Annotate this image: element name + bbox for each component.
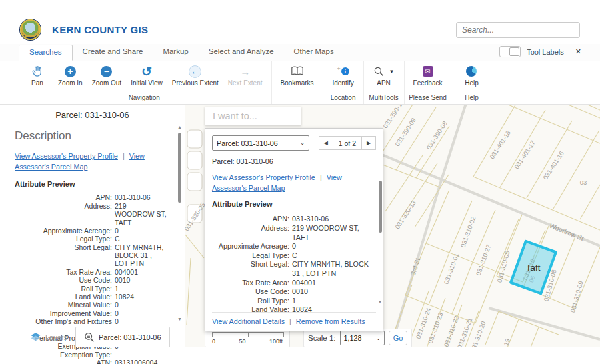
attribute-value: 219 WOODROW ST, TAFT	[115, 202, 167, 227]
attribute-row: Mineral Value: 0	[15, 301, 167, 309]
toolbar-group-label-navigation: Navigation	[21, 94, 267, 103]
attribute-row: Tax Rate Area: 004001	[212, 279, 376, 288]
chevron-down-icon[interactable]: ▼	[389, 69, 395, 75]
attribute-value: 004001	[115, 268, 167, 276]
bookmarks-button[interactable]: Bookmarks	[276, 63, 319, 87]
attribute-value: 1	[115, 285, 167, 293]
attribute-row: ATN: 03131006004	[15, 359, 167, 364]
popup-attribute-list: APN: 031-310-06 Address: 219 WOODROW ST,…	[212, 215, 376, 312]
tab-other-maps[interactable]: Other Maps	[284, 45, 344, 61]
zoom-in-button[interactable]: + Zoom In	[53, 63, 87, 87]
attribute-label: Roll Type:	[212, 297, 292, 306]
attribute-row: Approximate Acreage: 0	[212, 242, 376, 251]
layers-icon	[30, 332, 41, 342]
result-pager: ◀ 1 of 2 ▶	[319, 136, 376, 150]
i-want-to-button[interactable]: I want to...	[205, 107, 301, 125]
selected-parcel-city-label: Taft	[526, 262, 541, 272]
scroll-up-icon[interactable]: ▲	[177, 125, 183, 129]
attribute-row: Use Code: 0010	[15, 276, 167, 284]
initial-view-icon: ↺	[141, 64, 152, 79]
attribute-row: Legal Type: C	[15, 235, 167, 243]
attribute-label: Tax Rate Area:	[15, 268, 115, 276]
toolbar-group-label-help: Help	[455, 94, 487, 103]
next-extent-button[interactable]: → Next Extent	[223, 63, 267, 87]
result-selector-dropdown[interactable]: Parcel: 031-310-06 ⌄	[212, 135, 309, 151]
pager-count: 1 of 2	[333, 136, 361, 150]
pager-next-button[interactable]: ▶	[361, 136, 376, 150]
menu-tabs: Searches Create and Share Markup Select …	[19, 45, 344, 61]
attribute-value: 0010	[292, 287, 371, 297]
feedback-button[interactable]: ✉ Feedback	[409, 63, 447, 87]
previous-extent-button[interactable]: ← Previous Extent	[167, 63, 223, 87]
attribute-value: 0	[115, 227, 167, 235]
page-title: KERN COUNTY GIS	[52, 24, 148, 35]
description-heading: Description	[15, 129, 167, 143]
attribute-row: Use Code: 0010	[212, 287, 376, 297]
attribute-value: 1	[292, 297, 371, 306]
attribute-row: Roll Type: 1	[15, 285, 167, 293]
panel-scrollbar[interactable]: ▲ ▼	[177, 125, 183, 321]
close-icon[interactable]: ✕	[575, 47, 581, 56]
remove-from-results-link[interactable]: Remove from Results	[296, 317, 365, 325]
attribute-label: Short Legal:	[15, 243, 115, 268]
scrollbar-thumb[interactable]	[379, 181, 382, 233]
scroll-down-icon[interactable]: ▼	[377, 299, 383, 304]
attribute-label: Improvement Value:	[15, 309, 115, 317]
attribute-label: APN:	[212, 215, 292, 224]
layers-tab[interactable]: Layers	[22, 327, 75, 347]
scrollbar-thumb[interactable]	[178, 133, 181, 203]
attribute-label: Mineral Value:	[15, 301, 115, 309]
scalebar-widget: 0 50 100ft	[205, 329, 290, 347]
toolbar-group-multitools: ▼ APN MultiTools	[364, 61, 405, 104]
attribute-row: Address: 219 WOODROW ST, TAFT	[15, 202, 167, 227]
pan-button[interactable]: Pan	[21, 63, 53, 87]
toolbar-ribbon: Pan + Zoom In − Zoom Out ↺ Initial View …	[0, 61, 600, 105]
popup-scrollbar[interactable]: ▼	[377, 181, 383, 304]
pager-prev-button[interactable]: ◀	[319, 136, 333, 150]
bottom-tab-bar: Layers Parcel: 031-310-06	[22, 327, 170, 347]
attribute-row: Short Legal: CITY MRN4TH, BLOCK 31 , LOT…	[212, 260, 376, 278]
assessor-property-profile-link[interactable]: View Assessor's Property Profile	[212, 173, 315, 181]
search-input[interactable]	[456, 22, 580, 38]
attribute-value: CITY MRN4TH, BLOCK 31 , LOT PTN	[292, 260, 371, 278]
attribute-value: C	[115, 235, 167, 243]
panel-title: Parcel: 031-310-06	[0, 110, 185, 120]
chevron-down-icon: ⌄	[376, 335, 381, 341]
identify-popup: Parcel: 031-310-06 ⌄ ◀ 1 of 2 ▶ Parcel: …	[205, 128, 383, 331]
attribute-value: 031-310-06	[292, 215, 371, 224]
initial-view-button[interactable]: ↺ Initial View	[126, 63, 167, 87]
previous-extent-icon: ←	[189, 64, 201, 79]
zoom-out-button[interactable]: − Zoom Out	[87, 63, 126, 87]
county-seal-logo	[20, 19, 41, 40]
attribute-label: Exemption Type:	[15, 351, 115, 359]
assessor-property-profile-link[interactable]: View Assessor's Property Profile	[15, 152, 118, 160]
tab-searches[interactable]: Searches	[19, 45, 73, 61]
tab-select-and-analyze[interactable]: Select and Analyze	[199, 45, 284, 61]
attribute-label: Use Code:	[212, 287, 292, 297]
link-separator: |	[123, 152, 125, 160]
attribute-value: 10824	[115, 293, 167, 301]
attribute-row: Improvement Value: 0	[15, 309, 167, 317]
view-additional-details-link[interactable]: View Additional Details	[212, 317, 285, 325]
scale-go-button[interactable]: Go	[389, 331, 407, 345]
menu-bar: Searches Create and Share Markup Select …	[0, 44, 600, 61]
help-button[interactable]: Help	[455, 63, 487, 87]
scale-widget: Scale 1: 1,128 ⌄ Go	[303, 329, 412, 347]
attribute-row: Legal Type: C	[212, 251, 376, 261]
apn-button[interactable]: ▼ APN	[368, 63, 400, 87]
attribute-value: 219 WOODROW ST, TAFT	[292, 224, 371, 242]
attribute-value: 004001	[292, 279, 371, 288]
parcel-results-tab[interactable]: Parcel: 031-310-06	[75, 327, 170, 347]
tool-labels-toggle[interactable]	[499, 46, 521, 57]
scalebar-mid-label: 50	[239, 338, 245, 345]
identify-button[interactable]: +i Identify	[327, 63, 359, 87]
tab-create-and-share[interactable]: Create and Share	[73, 45, 153, 61]
attribute-row: Approximate Acreage: 0	[15, 227, 167, 235]
toolbar-group-bookmarks: Bookmarks	[272, 61, 323, 104]
zoom-in-icon: +	[65, 64, 76, 79]
attribute-value: 03131006004	[115, 359, 167, 364]
scale-select[interactable]: 1,128 ⌄	[340, 331, 385, 345]
scalebar-max-label: 100ft	[269, 338, 283, 345]
scroll-down-icon[interactable]: ▼	[177, 317, 183, 321]
tab-markup[interactable]: Markup	[153, 45, 198, 61]
